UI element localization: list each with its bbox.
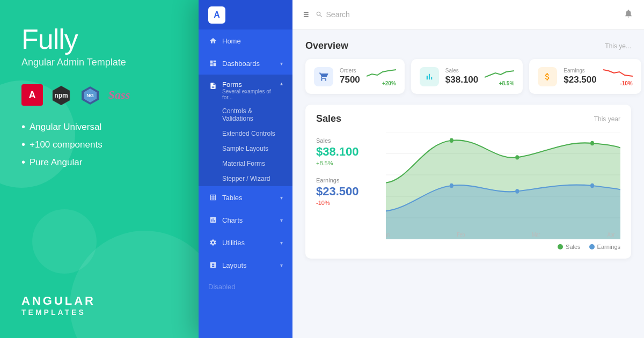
sidebar-item-charts[interactable]: Charts ▾ <box>199 209 292 231</box>
app-window: A Home Dashboards ▾ <box>199 0 644 338</box>
svg-text:Apr: Apr <box>608 231 615 238</box>
sidebar-item-dashboards[interactable]: Dashboards ▾ <box>199 52 292 75</box>
sidebar-item-label-dashboards: Dashboards <box>222 60 280 68</box>
sales-icon <box>425 72 434 82</box>
left-panel: Fully Angular Admin Template A npm NG Sa… <box>0 0 199 338</box>
angular-icon: A <box>21 84 43 106</box>
orders-trend: +20% <box>367 80 396 86</box>
sidebar-item-label-tables: Tables <box>222 194 280 202</box>
legend-dot-earnings <box>589 244 595 249</box>
forms-icon <box>208 81 218 91</box>
menu-button[interactable]: ≡ <box>303 9 309 20</box>
forms-sub-label: Several examples of for... <box>222 89 280 100</box>
forms-subnav: Controls & Validations Extended Controls… <box>199 104 292 186</box>
orders-icon <box>319 72 328 82</box>
sales-title: Sales <box>316 113 341 124</box>
sidebar-item-label-disabled: Disabled <box>208 283 283 291</box>
sidebar-item-label-utilities: Utilities <box>222 239 280 247</box>
earnings-sparkline <box>603 67 633 79</box>
layers-icon: NG <box>79 84 101 106</box>
sidebar-item-forms[interactable]: Forms Several examples of for... ▴ <box>199 75 292 104</box>
sidebar: A Home Dashboards ▾ <box>199 0 292 338</box>
overview-header: Overview This ye... <box>305 40 631 52</box>
legend-sales: Sales <box>558 244 581 250</box>
topbar: ≡ Search <box>292 0 644 30</box>
sidebar-item-utilities[interactable]: Utilities ▾ <box>199 231 292 254</box>
forms-chevron: ▴ <box>280 80 283 86</box>
dashboards-chevron: ▾ <box>280 61 283 67</box>
orders-label: Orders <box>340 68 360 74</box>
dashboard-icon <box>208 58 218 68</box>
earnings-trend: -10% <box>603 80 633 86</box>
svg-text:Jan: Jan <box>386 231 390 238</box>
chart-area: $25,000 $20,000 $15,000 $10,000 $5,000 $… <box>386 132 620 239</box>
sidebar-logo: A <box>199 0 292 30</box>
brand-subtitle: Angular Admin Template <box>21 57 177 68</box>
overview-title: Overview <box>305 40 348 52</box>
sales-icon-wrap <box>420 67 439 86</box>
earnings-icon-wrap <box>538 67 557 86</box>
svg-text:npm: npm <box>54 92 68 99</box>
bell-icon <box>624 9 633 18</box>
svg-point-21 <box>515 189 519 193</box>
utilities-chevron: ▾ <box>280 240 283 246</box>
charts-chevron: ▾ <box>280 217 283 223</box>
notification-bell[interactable] <box>624 9 633 21</box>
orders-icon-wrap <box>314 67 333 86</box>
forms-subitem-stepper[interactable]: Stepper / Wizard <box>199 171 292 186</box>
sales-stat-value: $38.100 <box>316 145 375 159</box>
sass-icon: Sass <box>108 84 130 106</box>
svg-point-19 <box>590 141 594 145</box>
sidebar-item-home[interactable]: Home <box>199 30 292 52</box>
sales-stat-pct: +8.5% <box>316 160 375 166</box>
earnings-value: $23.500 <box>564 75 596 85</box>
home-icon <box>208 36 218 46</box>
sales-period: This year <box>594 115 620 123</box>
search-icon <box>316 11 323 18</box>
svg-text:Mar: Mar <box>532 231 540 238</box>
forms-subitem-extended[interactable]: Extended Controls <box>199 126 292 141</box>
brand-title: Fully <box>21 24 177 55</box>
sales-section: Sales This year Sales $38.100 +8.5% Earn… <box>305 105 631 259</box>
svg-point-22 <box>590 183 594 188</box>
earnings-label: Earnings <box>564 68 596 74</box>
search-bar[interactable]: Search <box>316 10 617 19</box>
main-content: ≡ Search Overview This ye... <box>292 0 644 338</box>
forms-main-label: Forms <box>222 80 280 89</box>
sales-header: Sales This year <box>316 113 620 124</box>
utilities-icon <box>208 238 218 247</box>
legend-earnings: Earnings <box>589 244 620 250</box>
bottom-brand: ANGULAR TEMPLATES <box>21 294 96 317</box>
forms-subitem-sample[interactable]: Sample Layouts <box>199 141 292 156</box>
logo-badge: A <box>208 6 225 24</box>
svg-text:Feb: Feb <box>457 231 465 238</box>
sidebar-item-layouts[interactable]: Layouts ▾ <box>199 254 292 276</box>
stat-cards-row: Orders 7500 +20% <box>305 59 631 94</box>
sidebar-item-tables[interactable]: Tables ▾ <box>199 186 292 209</box>
stat-card-orders: Orders 7500 +20% <box>305 59 405 94</box>
forms-subitem-material[interactable]: Material Forms <box>199 156 292 171</box>
chart-legend: Sales Earnings <box>316 244 620 250</box>
sales-label: Sales <box>445 68 478 74</box>
sidebar-item-label-layouts: Layouts <box>222 261 280 269</box>
orders-value: 7500 <box>340 75 360 85</box>
svg-point-20 <box>450 183 453 188</box>
sales-chart-svg: $25,000 $20,000 $15,000 $10,000 $5,000 $… <box>386 132 620 239</box>
sidebar-item-disabled: Disabled <box>199 276 292 297</box>
stat-card-sales: Sales $38.100 +8.5% <box>411 59 523 94</box>
legend-earnings-label: Earnings <box>597 244 620 250</box>
sales-stats: Sales $38.100 +8.5% Earnings $23.500 -10… <box>316 132 375 239</box>
sales-trend: +8.5% <box>485 80 514 86</box>
charts-icon <box>208 215 218 225</box>
orders-sparkline <box>367 67 396 79</box>
search-placeholder: Search <box>326 10 350 19</box>
sales-value: $38.100 <box>445 75 478 85</box>
tables-icon <box>208 193 218 202</box>
legend-sales-label: Sales <box>566 244 581 250</box>
forms-subitem-controls[interactable]: Controls & Validations <box>199 104 292 126</box>
stat-card-earnings: Earnings $23.500 -10% <box>529 59 641 94</box>
feature-item-2: +100 components <box>21 138 177 151</box>
page-content: Overview This ye... Orders 7500 <box>292 30 644 338</box>
feature-list: Angular Universal +100 components Pure A… <box>21 121 177 168</box>
svg-text:NG: NG <box>86 93 94 98</box>
